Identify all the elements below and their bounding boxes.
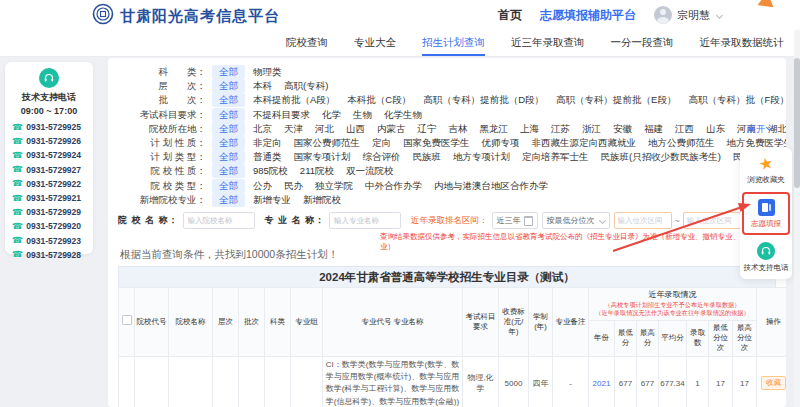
col-subject-category: 科类 xyxy=(265,287,291,356)
tab-three-year-admission[interactable]: 近三年录取查询 xyxy=(511,30,585,56)
tab-admission-statistics[interactable]: 近年录取数据统计 xyxy=(700,30,784,56)
filter-option[interactable]: 黑龙江 xyxy=(480,123,509,134)
major-name-input[interactable] xyxy=(329,212,401,229)
expand-link[interactable]: 展开 xyxy=(747,122,772,136)
year-range-select[interactable]: 近三年 xyxy=(492,212,538,229)
filter-option[interactable]: 河北 xyxy=(315,123,334,134)
favorite-button[interactable]: 收藏 xyxy=(761,376,786,390)
phone-number: 0931-5729926 xyxy=(26,136,81,146)
filter-option[interactable]: 民办 xyxy=(284,180,303,191)
filter-option[interactable]: 不提科目要求 xyxy=(253,109,310,120)
filter-option[interactable]: 民族班(只招收少数民族考生) xyxy=(601,151,721,162)
filter-option[interactable]: 山东 xyxy=(706,123,725,134)
filter-option[interactable]: 高职（专科）提前批（D段） xyxy=(423,94,544,105)
nav-platform-link[interactable]: 志愿填报辅助平台 xyxy=(540,7,636,24)
filter-option[interactable]: 独立学院 xyxy=(315,180,353,191)
subheader-cell: 最高分位次 xyxy=(733,321,757,356)
filter-option[interactable]: 地方公费师范生 xyxy=(648,137,715,148)
filter-option[interactable]: 211院校 xyxy=(300,165,334,176)
filter-option[interactable]: 本科批（C段） xyxy=(347,94,411,105)
filter-option[interactable]: 本科提前批（A段） xyxy=(253,94,335,105)
headset-icon xyxy=(757,242,775,260)
user-menu[interactable]: 宗明慧 xyxy=(654,6,722,24)
phone-number: 0931-5729924 xyxy=(26,150,81,160)
nav-home-link[interactable]: 首页 xyxy=(498,7,522,24)
filter-option[interactable]: 国家专项计划 xyxy=(294,151,351,162)
chevron-down-icon xyxy=(766,124,773,131)
filter-option[interactable]: 高职(专科) xyxy=(284,80,328,91)
apply-shortcut[interactable]: 志愿填报 xyxy=(744,199,788,229)
filter-option[interactable]: 山西 xyxy=(346,123,365,134)
tab-score-segment[interactable]: 一分一段查询 xyxy=(611,30,674,56)
filter-option[interactable]: 吉林 xyxy=(449,123,468,134)
filter-option[interactable]: 化学生物 xyxy=(384,109,422,120)
filter-option[interactable]: 福建 xyxy=(644,123,663,134)
filter-row-location: 院校所在地：全部北京天津河北山西内蒙古辽宁吉林黑龙江上海江苏浙江安徽福建江西山东… xyxy=(118,122,776,136)
filter-option[interactable]: 优师专项 xyxy=(482,137,520,148)
filter-option-all[interactable]: 全部 xyxy=(212,179,245,193)
filter-option[interactable]: 新增专业 xyxy=(253,194,291,205)
filter-option[interactable]: 内蒙古 xyxy=(377,123,406,134)
filter-option[interactable]: 985院校 xyxy=(253,165,288,176)
filter-option[interactable]: 公办 xyxy=(253,180,272,191)
filter-option-all[interactable]: 全部 xyxy=(212,108,245,122)
filter-option[interactable]: 浙江 xyxy=(582,123,601,134)
filter-option[interactable]: 新增院校 xyxy=(303,194,341,205)
filter-option[interactable]: 非定向 xyxy=(253,137,282,148)
select-all-checkbox[interactable] xyxy=(122,315,132,325)
filter-option[interactable]: 定向 xyxy=(372,137,391,148)
phone-row: ☎ 0931-5729925 xyxy=(5,120,93,134)
filter-option-all[interactable]: 全部 xyxy=(212,193,245,207)
filter-option[interactable]: 天津 xyxy=(284,123,303,134)
filter-option[interactable]: 内地与港澳台地区合作办学 xyxy=(434,180,548,191)
filter-option[interactable]: 双一流院校 xyxy=(346,165,394,176)
filter-option[interactable]: 生物 xyxy=(353,109,372,120)
filter-option[interactable]: 普通类 xyxy=(253,151,282,162)
filter-option-all[interactable]: 全部 xyxy=(212,93,245,107)
filter-option[interactable]: 民族班 xyxy=(413,151,442,162)
admission-note-1: （高校专项计划招生专业不予公布近年录取数据） xyxy=(594,301,751,309)
tab-enrollment-plan-query[interactable]: 招生计划查询 xyxy=(422,30,485,56)
rank-to-input[interactable] xyxy=(683,212,741,229)
favorites-shortcut[interactable]: ★ 浏览收藏夹 xyxy=(740,156,792,185)
filter-option-all[interactable]: 全部 xyxy=(212,136,245,150)
filter-option[interactable]: 本科 xyxy=(253,80,272,91)
filter-option[interactable]: 高职（专科）批（F段） xyxy=(688,94,786,105)
tilde-separator: ~ xyxy=(675,216,680,226)
filter-option[interactable]: 高职（专科）提前批（E段） xyxy=(556,94,676,105)
filter-option-all[interactable]: 全部 xyxy=(212,65,245,79)
support-shortcut[interactable]: 技术支持电话 xyxy=(740,242,792,273)
filter-option[interactable]: 物理类 xyxy=(253,66,282,77)
filter-option[interactable]: 地方专项计划 xyxy=(453,151,510,162)
phone-number: 0931-5729921 xyxy=(26,193,81,203)
filter-option[interactable]: 非西藏生源定向西藏就业 xyxy=(532,137,637,148)
tab-major-list[interactable]: 专业大全 xyxy=(354,30,396,56)
scrollbar-thumb[interactable] xyxy=(794,58,800,188)
tab-college-query[interactable]: 院校查询 xyxy=(286,30,328,56)
filter-option[interactable]: 上海 xyxy=(520,123,539,134)
filter-option[interactable]: 安徽 xyxy=(613,123,632,134)
rank-from-input[interactable] xyxy=(614,212,672,229)
filter-option[interactable]: 国家公费师范生 xyxy=(294,137,361,148)
filter-option[interactable]: 地方免费医学生 xyxy=(727,137,787,148)
col-level: 层次 xyxy=(213,287,239,356)
filter-option-all[interactable]: 全部 xyxy=(212,150,245,164)
filter-option[interactable]: 北京 xyxy=(253,123,272,134)
filter-option-all[interactable]: 全部 xyxy=(212,164,245,178)
phone-icon: ☎ xyxy=(12,222,23,231)
filter-option[interactable]: 江西 xyxy=(675,123,694,134)
cell-level xyxy=(213,356,239,407)
filter-option[interactable]: 化学 xyxy=(322,109,341,120)
filter-option[interactable]: 定向培养军士生 xyxy=(522,151,589,162)
filter-option-all[interactable]: 全部 xyxy=(212,79,245,93)
rank-sort-select[interactable]: 按最低分位次 xyxy=(542,212,610,229)
filter-option[interactable]: 辽宁 xyxy=(418,123,437,134)
filter-option-all[interactable]: 全部 xyxy=(212,122,245,136)
filter-option[interactable]: 综合评价 xyxy=(363,151,401,162)
filter-option[interactable]: 国家免费医学生 xyxy=(403,137,470,148)
filter-option[interactable]: 江苏 xyxy=(551,123,570,134)
filter-option[interactable]: 中外合作办学 xyxy=(365,180,422,191)
avatar[interactable] xyxy=(654,6,672,24)
year-link[interactable]: 2021 xyxy=(593,379,611,388)
school-name-input[interactable] xyxy=(183,212,255,229)
